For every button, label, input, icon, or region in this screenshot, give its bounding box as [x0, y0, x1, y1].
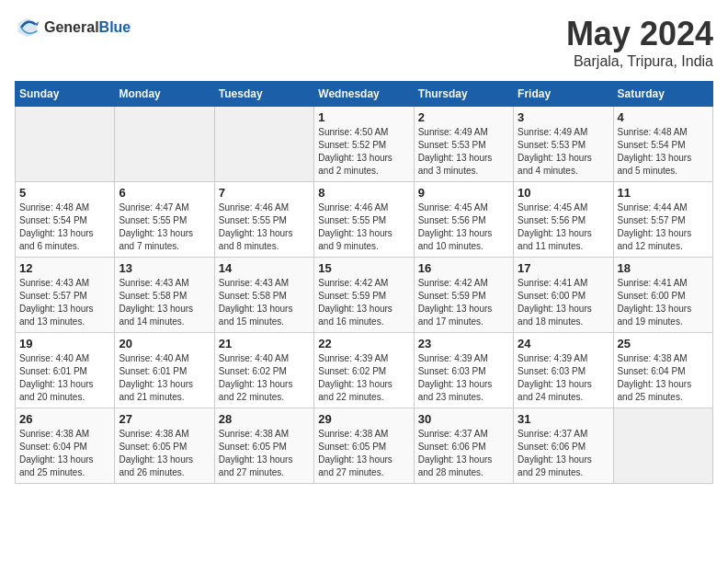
calendar-cell: 28Sunrise: 4:38 AMSunset: 6:05 PMDayligh…	[214, 408, 313, 484]
day-info: Sunrise: 4:38 AMSunset: 6:05 PMDaylight:…	[219, 428, 310, 479]
calendar-title: May 2024	[566, 15, 713, 53]
day-number: 7	[219, 186, 310, 200]
day-info: Sunrise: 4:45 AMSunset: 5:56 PMDaylight:…	[418, 201, 509, 253]
calendar-cell: 26Sunrise: 4:38 AMSunset: 6:04 PMDayligh…	[16, 408, 115, 484]
calendar-cell: 25Sunrise: 4:38 AMSunset: 6:04 PMDayligh…	[613, 333, 712, 408]
day-number: 23	[418, 337, 509, 350]
calendar-cell: 13Sunrise: 4:43 AMSunset: 5:58 PMDayligh…	[115, 258, 214, 333]
day-number: 25	[618, 337, 709, 350]
calendar-cell: 6Sunrise: 4:47 AMSunset: 5:55 PMDaylight…	[115, 182, 214, 258]
calendar-table: SundayMondayTuesdayWednesdayThursdayFrid…	[15, 81, 713, 484]
day-info: Sunrise: 4:48 AMSunset: 5:54 PMDaylight:…	[618, 126, 709, 178]
day-info: Sunrise: 4:44 AMSunset: 5:57 PMDaylight:…	[618, 201, 709, 253]
calendar-cell: 8Sunrise: 4:46 AMSunset: 5:55 PMDaylight…	[314, 182, 414, 258]
day-number: 12	[19, 261, 110, 275]
calendar-cell: 23Sunrise: 4:39 AMSunset: 6:03 PMDayligh…	[414, 333, 513, 408]
day-number: 9	[418, 186, 509, 200]
day-number: 19	[19, 337, 110, 350]
day-number: 3	[518, 110, 609, 124]
calendar-cell: 7Sunrise: 4:46 AMSunset: 5:55 PMDaylight…	[214, 182, 313, 258]
logo-icon	[15, 15, 40, 40]
calendar-cell: 27Sunrise: 4:38 AMSunset: 6:05 PMDayligh…	[115, 408, 214, 484]
logo-text-blue: Blue	[99, 19, 131, 35]
header-monday: Monday	[115, 82, 214, 107]
day-number: 29	[318, 412, 409, 426]
day-number: 10	[518, 186, 609, 200]
logo-text-general: General	[44, 19, 99, 35]
calendar-cell	[16, 107, 115, 182]
calendar-cell: 5Sunrise: 4:48 AMSunset: 5:54 PMDaylight…	[16, 182, 115, 258]
calendar-week-5: 26Sunrise: 4:38 AMSunset: 6:04 PMDayligh…	[16, 408, 713, 484]
logo: GeneralBlue	[15, 15, 131, 40]
calendar-cell: 15Sunrise: 4:42 AMSunset: 5:59 PMDayligh…	[314, 258, 414, 333]
calendar-cell: 12Sunrise: 4:43 AMSunset: 5:57 PMDayligh…	[16, 258, 115, 333]
day-number: 30	[418, 412, 509, 426]
header-wednesday: Wednesday	[314, 82, 414, 107]
day-info: Sunrise: 4:42 AMSunset: 5:59 PMDaylight:…	[418, 277, 509, 328]
day-info: Sunrise: 4:38 AMSunset: 6:04 PMDaylight:…	[618, 352, 709, 404]
day-number: 21	[219, 337, 310, 350]
header: GeneralBlue May 2024 Barjala, Tripura, I…	[15, 15, 713, 70]
calendar-cell: 31Sunrise: 4:37 AMSunset: 6:06 PMDayligh…	[514, 408, 613, 484]
calendar-week-3: 12Sunrise: 4:43 AMSunset: 5:57 PMDayligh…	[16, 258, 713, 333]
day-info: Sunrise: 4:40 AMSunset: 6:01 PMDaylight:…	[19, 352, 110, 404]
day-number: 16	[418, 261, 509, 275]
day-info: Sunrise: 4:43 AMSunset: 5:58 PMDaylight:…	[219, 277, 310, 328]
calendar-cell: 19Sunrise: 4:40 AMSunset: 6:01 PMDayligh…	[16, 333, 115, 408]
calendar-cell: 22Sunrise: 4:39 AMSunset: 6:02 PMDayligh…	[314, 333, 414, 408]
calendar-week-2: 5Sunrise: 4:48 AMSunset: 5:54 PMDaylight…	[16, 182, 713, 258]
calendar-cell: 17Sunrise: 4:41 AMSunset: 6:00 PMDayligh…	[514, 258, 613, 333]
day-number: 6	[119, 186, 210, 200]
calendar-cell: 11Sunrise: 4:44 AMSunset: 5:57 PMDayligh…	[613, 182, 712, 258]
day-number: 17	[518, 261, 609, 275]
calendar-cell: 24Sunrise: 4:39 AMSunset: 6:03 PMDayligh…	[514, 333, 613, 408]
day-info: Sunrise: 4:39 AMSunset: 6:02 PMDaylight:…	[318, 352, 409, 404]
day-info: Sunrise: 4:45 AMSunset: 5:56 PMDaylight:…	[518, 201, 609, 253]
day-number: 24	[518, 337, 609, 350]
header-thursday: Thursday	[414, 82, 513, 107]
calendar-subtitle: Barjala, Tripura, India	[566, 53, 713, 70]
day-number: 5	[19, 186, 110, 200]
calendar-cell: 1Sunrise: 4:50 AMSunset: 5:52 PMDaylight…	[314, 107, 414, 182]
header-tuesday: Tuesday	[214, 82, 313, 107]
day-info: Sunrise: 4:40 AMSunset: 6:01 PMDaylight:…	[119, 352, 210, 404]
calendar-cell	[613, 408, 712, 484]
day-info: Sunrise: 4:37 AMSunset: 6:06 PMDaylight:…	[518, 428, 609, 479]
calendar-cell: 29Sunrise: 4:38 AMSunset: 6:05 PMDayligh…	[314, 408, 414, 484]
header-friday: Friday	[514, 82, 613, 107]
calendar-cell	[115, 107, 214, 182]
day-info: Sunrise: 4:38 AMSunset: 6:05 PMDaylight:…	[318, 428, 409, 479]
calendar-week-4: 19Sunrise: 4:40 AMSunset: 6:01 PMDayligh…	[16, 333, 713, 408]
day-info: Sunrise: 4:46 AMSunset: 5:55 PMDaylight:…	[318, 201, 409, 253]
day-number: 22	[318, 337, 409, 350]
day-info: Sunrise: 4:49 AMSunset: 5:53 PMDaylight:…	[418, 126, 509, 178]
day-info: Sunrise: 4:41 AMSunset: 6:00 PMDaylight:…	[518, 277, 609, 328]
calendar-cell: 3Sunrise: 4:49 AMSunset: 5:53 PMDaylight…	[514, 107, 613, 182]
day-number: 4	[618, 110, 709, 124]
day-number: 14	[219, 261, 310, 275]
day-info: Sunrise: 4:40 AMSunset: 6:02 PMDaylight:…	[219, 352, 310, 404]
day-number: 2	[418, 110, 509, 124]
calendar-cell: 21Sunrise: 4:40 AMSunset: 6:02 PMDayligh…	[214, 333, 313, 408]
calendar-cell: 10Sunrise: 4:45 AMSunset: 5:56 PMDayligh…	[514, 182, 613, 258]
calendar-week-1: 1Sunrise: 4:50 AMSunset: 5:52 PMDaylight…	[16, 107, 713, 182]
day-info: Sunrise: 4:39 AMSunset: 6:03 PMDaylight:…	[418, 352, 509, 404]
day-number: 27	[119, 412, 210, 426]
header-saturday: Saturday	[613, 82, 712, 107]
day-number: 8	[318, 186, 409, 200]
calendar-cell: 14Sunrise: 4:43 AMSunset: 5:58 PMDayligh…	[214, 258, 313, 333]
day-number: 15	[318, 261, 409, 275]
day-number: 26	[19, 412, 110, 426]
day-info: Sunrise: 4:43 AMSunset: 5:57 PMDaylight:…	[19, 277, 110, 328]
calendar-cell: 18Sunrise: 4:41 AMSunset: 6:00 PMDayligh…	[613, 258, 712, 333]
day-info: Sunrise: 4:50 AMSunset: 5:52 PMDaylight:…	[318, 126, 409, 178]
calendar-cell: 16Sunrise: 4:42 AMSunset: 5:59 PMDayligh…	[414, 258, 513, 333]
calendar-cell: 9Sunrise: 4:45 AMSunset: 5:56 PMDaylight…	[414, 182, 513, 258]
day-info: Sunrise: 4:48 AMSunset: 5:54 PMDaylight:…	[19, 201, 110, 253]
day-number: 13	[119, 261, 210, 275]
day-info: Sunrise: 4:46 AMSunset: 5:55 PMDaylight:…	[219, 201, 310, 253]
day-info: Sunrise: 4:38 AMSunset: 6:04 PMDaylight:…	[19, 428, 110, 479]
calendar-cell: 20Sunrise: 4:40 AMSunset: 6:01 PMDayligh…	[115, 333, 214, 408]
day-number: 11	[618, 186, 709, 200]
title-area: May 2024 Barjala, Tripura, India	[566, 15, 713, 70]
